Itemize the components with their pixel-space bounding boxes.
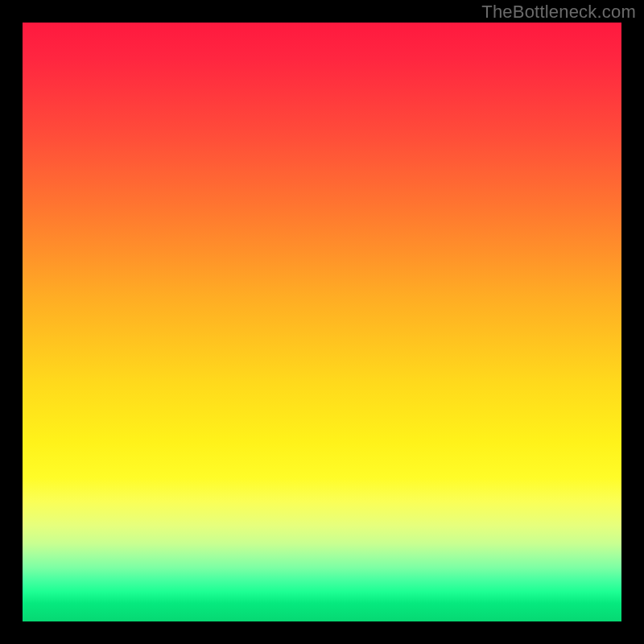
chart-frame: TheBottleneck.com [0,0,644,644]
axis-bottom [0,621,644,644]
watermark-text: TheBottleneck.com [481,2,636,23]
axes [0,0,644,644]
axis-right [621,0,644,644]
axis-left [0,0,23,644]
